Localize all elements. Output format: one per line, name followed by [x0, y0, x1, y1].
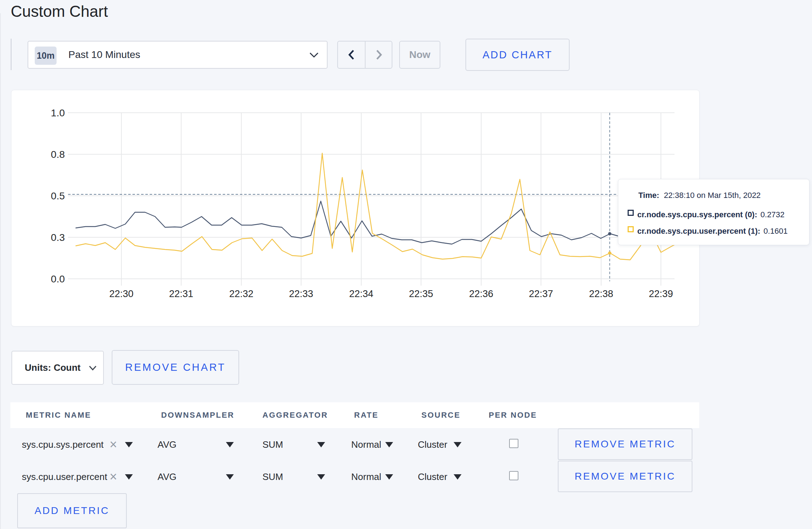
svg-text:22:31: 22:31: [169, 288, 193, 299]
svg-text:22:33: 22:33: [289, 288, 313, 299]
svg-text:0.8: 0.8: [51, 149, 65, 160]
svg-text:22:36: 22:36: [469, 288, 493, 299]
svg-text:22:34: 22:34: [349, 288, 373, 299]
svg-text:1.0: 1.0: [51, 107, 65, 118]
svg-text:22:32: 22:32: [229, 288, 253, 299]
svg-text:22:30: 22:30: [109, 288, 134, 299]
svg-text:0.0: 0.0: [51, 273, 65, 285]
svg-text:0.3: 0.3: [51, 232, 65, 243]
svg-text:22:38: 22:38: [589, 288, 613, 299]
svg-text:0.5: 0.5: [51, 190, 65, 202]
svg-text:22:37: 22:37: [529, 288, 553, 299]
svg-text:22:35: 22:35: [409, 288, 433, 299]
svg-text:22:39: 22:39: [649, 288, 673, 299]
